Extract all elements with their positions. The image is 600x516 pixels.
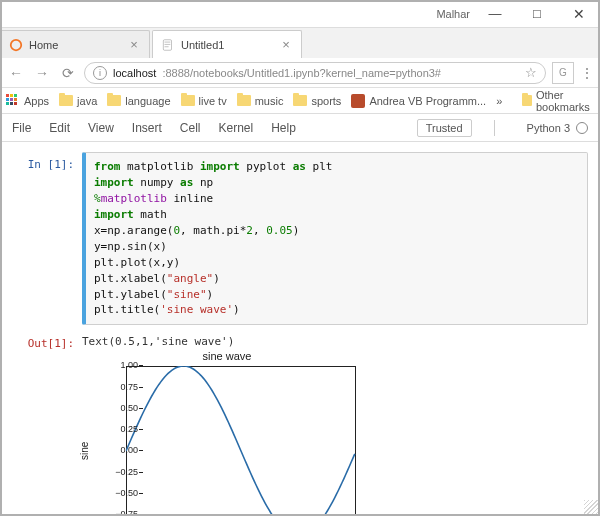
separator (494, 120, 495, 136)
search-engine-button[interactable]: G (552, 62, 574, 84)
jupyter-icon (9, 38, 23, 52)
window-maximize-button[interactable]: □ (520, 3, 554, 25)
svg-point-0 (11, 39, 22, 50)
folder-icon (181, 95, 195, 106)
browser-menu-button[interactable]: ⋮ (580, 65, 594, 81)
ytick: 0.50 (100, 403, 138, 413)
kernel-indicator[interactable]: Python 3 (527, 122, 588, 134)
menu-kernel[interactable]: Kernel (219, 121, 254, 135)
bookmark-folder-language[interactable]: language (107, 95, 170, 107)
nav-back-button[interactable]: ← (6, 63, 26, 83)
apps-grid-icon (6, 94, 20, 108)
kernel-status-icon (576, 122, 588, 134)
bookmark-folder-java[interactable]: java (59, 95, 97, 107)
menu-help[interactable]: Help (271, 121, 296, 135)
sine-curve (126, 366, 356, 516)
folder-icon (237, 95, 251, 106)
browser-tabstrip: Home × Untitled1 × (0, 28, 600, 58)
kernel-name: Python 3 (527, 122, 570, 134)
tab-title: Untitled1 (181, 39, 273, 51)
output-chart-row: sine wave sine angle −1.00−0.75−0.50−0.2… (12, 350, 588, 516)
notebook-icon (161, 38, 175, 52)
bookmark-folder-livetv[interactable]: live tv (181, 95, 227, 107)
in-prompt: In [1]: (12, 152, 82, 325)
folder-icon (293, 95, 307, 106)
bookmark-folder-sports[interactable]: sports (293, 95, 341, 107)
tab-close-icon[interactable]: × (127, 37, 141, 52)
output-text-row: Out[1]: Text(0.5,1,'sine wave') (12, 331, 588, 350)
browser-tab-untitled1[interactable]: Untitled1 × (152, 30, 302, 58)
code-input-area[interactable]: from matplotlib import pyplot as plt imp… (82, 152, 588, 325)
url-host: localhost (113, 67, 156, 79)
ytick: −0.50 (100, 488, 138, 498)
notebook-menubar: File Edit View Insert Cell Kernel Help T… (0, 114, 600, 142)
menu-insert[interactable]: Insert (132, 121, 162, 135)
nav-reload-button[interactable]: ⟳ (58, 63, 78, 83)
ytick: 1.00 (100, 360, 138, 370)
window-close-button[interactable]: ✕ (562, 3, 596, 25)
notebook-area: In [1]: from matplotlib import pyplot as… (0, 142, 600, 516)
apps-label: Apps (24, 95, 49, 107)
ytick: −0.25 (100, 467, 138, 477)
bookmark-site-andrea[interactable]: Andrea VB Programm... (351, 94, 486, 108)
address-bar[interactable]: i localhost:8888/notebooks/Untitled1.ipy… (84, 62, 546, 84)
site-info-icon[interactable]: i (93, 66, 107, 80)
browser-toolbar: ← → ⟳ i localhost:8888/notebooks/Untitle… (0, 58, 600, 88)
sine-chart: sine wave sine angle −1.00−0.75−0.50−0.2… (82, 350, 372, 516)
nav-forward-button[interactable]: → (32, 63, 52, 83)
folder-icon (522, 95, 532, 106)
ytick: 0.75 (100, 382, 138, 392)
ytick: −0.75 (100, 509, 138, 516)
folder-icon (59, 95, 73, 106)
other-bookmarks-button[interactable]: Other bookmarks (522, 89, 594, 113)
resize-grip-icon[interactable] (584, 500, 598, 514)
url-path: :8888/notebooks/Untitled1.ipynb?kernel_n… (162, 67, 441, 79)
menu-cell[interactable]: Cell (180, 121, 201, 135)
ytick: 0.00 (100, 445, 138, 455)
menu-view[interactable]: View (88, 121, 114, 135)
menu-edit[interactable]: Edit (49, 121, 70, 135)
svg-rect-1 (163, 39, 171, 50)
code-cell[interactable]: In [1]: from matplotlib import pyplot as… (12, 152, 588, 325)
trusted-badge[interactable]: Trusted (417, 119, 472, 137)
browser-tab-home[interactable]: Home × (0, 30, 150, 58)
chart-ylabel: sine (79, 442, 90, 460)
folder-icon (107, 95, 121, 106)
tab-title: Home (29, 39, 121, 51)
window-titlebar: Malhar — □ ✕ (0, 0, 600, 28)
site-icon (351, 94, 365, 108)
apps-button[interactable]: Apps (6, 94, 49, 108)
ytick: 0.25 (100, 424, 138, 434)
tab-close-icon[interactable]: × (279, 37, 293, 52)
menu-file[interactable]: File (12, 121, 31, 135)
out-prompt: Out[1]: (12, 331, 82, 350)
output-text: Text(0.5,1,'sine wave') (82, 331, 588, 350)
window-username: Malhar (436, 8, 470, 20)
bookmark-folder-music[interactable]: music (237, 95, 284, 107)
bookmarks-overflow-button[interactable]: » (496, 95, 502, 107)
window-minimize-button[interactable]: — (478, 3, 512, 25)
bookmark-star-icon[interactable]: ☆ (525, 65, 537, 80)
bookmarks-bar: Apps java language live tv music sports … (0, 88, 600, 114)
